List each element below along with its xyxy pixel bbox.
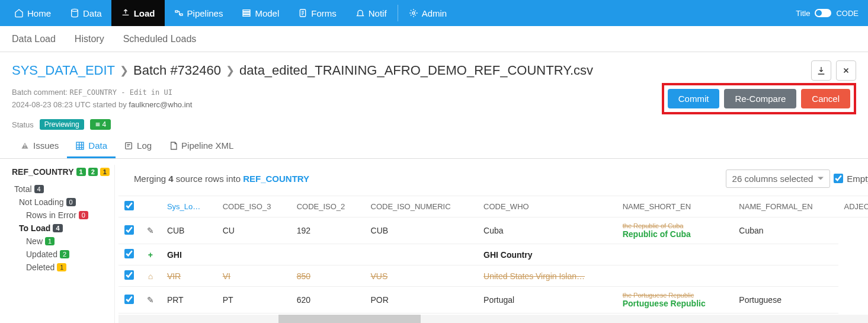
chevron-right-icon: ❯ [120, 64, 129, 77]
table-row[interactable]: ✎ CUB CU 192 CUB Cuba the Republic of Cu… [118, 218, 868, 244]
download-button[interactable] [811, 60, 831, 81]
title-code-toggle[interactable] [815, 9, 831, 17]
recompare-button[interactable]: Re-Compare [724, 89, 796, 108]
toggle-label-right: CODE [836, 9, 859, 18]
svg-point-7 [412, 12, 415, 14]
sidebar-item-label: Total [14, 184, 32, 194]
column-header[interactable]: ADJECTIVE_PEOPLE [838, 196, 868, 218]
filter-sidebar: REF_COUNTRY 1 2 1 Total 4Not Loading 0Ro… [12, 165, 115, 323]
cell: GHI [161, 244, 217, 266]
nav-load[interactable]: Load [111, 0, 165, 26]
table-row[interactable]: ⌂ VIR VI 850 VUS United States Virgin Is… [118, 266, 868, 287]
crumb-file: data_edited_TRAINING_AFRO_DEMO_REF_COUNT… [239, 63, 593, 78]
row-checkbox[interactable] [124, 249, 134, 258]
nav-notif[interactable]: Notif [346, 0, 396, 26]
empty-columns-checkbox[interactable] [834, 174, 843, 183]
tab-label: Issues [33, 140, 59, 151]
cancel-button[interactable]: Cancel [801, 89, 850, 108]
row-checkbox[interactable] [124, 295, 134, 304]
commit-button[interactable]: Commit [668, 89, 720, 108]
column-header[interactable]: NAME_SHORT_EN [617, 196, 734, 218]
cell [365, 244, 478, 266]
merge-target-link[interactable]: REF_COUNTRY [243, 174, 309, 184]
sidebar-item-label: Rows in Error [26, 210, 76, 220]
nav-admin[interactable]: Admin [399, 0, 457, 26]
home-icon [14, 8, 24, 18]
status-badge: Previewing [40, 119, 84, 130]
row-checkbox[interactable] [124, 270, 134, 280]
nav-label: Model [255, 8, 279, 18]
column-header[interactable]: CODE_ISO_3 [217, 196, 291, 218]
column-header[interactable]: NAME_FORMAL_EN [733, 196, 838, 218]
table-row[interactable]: + GHI GHI Country [118, 244, 868, 266]
subnav-history[interactable]: History [65, 34, 114, 44]
xml-icon [168, 141, 178, 151]
breadcrumb: SYS_DATA_EDIT ❯ Batch #732460 ❯ data_edi… [12, 63, 811, 78]
tab-pipeline-xml[interactable]: Pipeline XML [160, 135, 242, 158]
close-button[interactable] [836, 60, 856, 81]
cell [217, 244, 291, 266]
sidebar-item[interactable]: Updated 2 [12, 248, 110, 261]
sidebar-item-label: Deleted [26, 263, 55, 272]
cell [617, 244, 734, 266]
sidebar-item[interactable]: Total 4 [12, 183, 110, 196]
started-user: faulknerc@who.int [129, 100, 192, 109]
database-icon [70, 8, 79, 18]
nav-pipelines[interactable]: Pipelines [165, 0, 233, 26]
sidebar-item[interactable]: Not Loading 0 [12, 196, 110, 209]
crumb-batch[interactable]: Batch #732460 [133, 63, 221, 78]
badge: 1 [100, 168, 110, 176]
column-header[interactable]: CODE_ISO_2 [291, 196, 365, 218]
sidebar-item[interactable]: Rows in Error 0 [12, 209, 110, 222]
cell: Portugal [478, 287, 617, 314]
nav-forms[interactable]: Forms [289, 0, 346, 26]
cell: POR [365, 287, 478, 314]
nav-label: Pipelines [187, 8, 223, 18]
svg-rect-1 [175, 11, 178, 12]
nav-home[interactable]: Home [5, 0, 60, 26]
badge: 1 [76, 168, 86, 176]
tab-issues[interactable]: Issues [12, 135, 67, 158]
subnav-scheduled[interactable]: Scheduled Loads [114, 34, 206, 44]
column-header[interactable]: CODE_WHO [478, 196, 617, 218]
sidebar-item[interactable]: To Load 4 [12, 222, 110, 235]
cell: Cuba [478, 218, 617, 244]
sub-nav: Data Load History Scheduled Loads [0, 26, 868, 52]
count-badge: 4 [53, 224, 62, 232]
cell: GHI Country [478, 244, 617, 266]
horizontal-scrollbar[interactable] [118, 315, 868, 323]
top-nav: Home Data Load Pipelines Model Forms Not… [0, 0, 868, 26]
nav-model[interactable]: Model [232, 0, 289, 26]
crumb-root[interactable]: SYS_DATA_EDIT [12, 63, 115, 78]
table-row[interactable]: ✎ PRT PT 620 POR Portugal the Portuguese… [118, 287, 868, 314]
sidebar-item-label: Updated [26, 250, 57, 259]
toggle-label-left: Title [796, 9, 810, 18]
sidebar-item[interactable]: Deleted 1 [12, 261, 110, 274]
data-table: Sys_Lo…CODE_ISO_3CODE_ISO_2CODE_ISO_NUME… [118, 196, 868, 314]
column-header[interactable]: Sys_Lo… [161, 196, 217, 218]
tab-data[interactable]: Data [67, 135, 116, 158]
nav-data[interactable]: Data [60, 0, 111, 26]
tab-log[interactable]: Log [116, 135, 160, 158]
count-badge: 0 [66, 198, 76, 206]
started-text: 2024-08-23 08:23 UTC started by [12, 100, 127, 109]
row-checkbox[interactable] [124, 225, 134, 235]
select-all-checkbox[interactable] [124, 201, 134, 210]
nav-label: Load [134, 8, 155, 18]
cell: 620 [291, 287, 365, 314]
svg-rect-4 [243, 12, 250, 14]
column-header[interactable]: CODE_ISO_NUMERIC [365, 196, 478, 218]
badge: 2 [88, 168, 98, 176]
count-badge: 2 [60, 250, 69, 258]
svg-point-0 [72, 9, 78, 11]
delete-icon: ⌂ [148, 271, 153, 281]
sidebar-item[interactable]: New 1 [12, 235, 110, 248]
columns-select[interactable]: 26 columns selected [726, 170, 831, 188]
topnav-right: Title CODE [796, 9, 863, 18]
empty-columns-label: Empty columns [847, 174, 868, 184]
cell [733, 266, 838, 287]
nav-label: Notif [369, 8, 387, 18]
count-badge: 0 [79, 211, 88, 219]
subnav-data-load[interactable]: Data Load [2, 34, 65, 44]
cell: 850 [291, 266, 365, 287]
